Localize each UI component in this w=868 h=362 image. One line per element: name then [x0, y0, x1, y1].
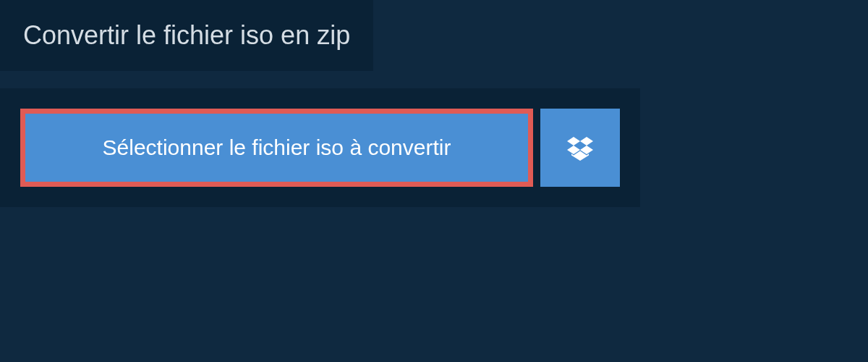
dropbox-icon — [567, 135, 593, 161]
select-file-label: Sélectionner le fichier iso à convertir — [103, 135, 451, 160]
select-file-button[interactable]: Sélectionner le fichier iso à convertir — [20, 109, 533, 187]
page-title: Convertir le fichier iso en zip — [23, 20, 350, 51]
dropbox-button[interactable] — [540, 109, 620, 187]
header-tab: Convertir le fichier iso en zip — [0, 0, 373, 71]
button-container: Sélectionner le fichier iso à convertir — [0, 88, 640, 207]
